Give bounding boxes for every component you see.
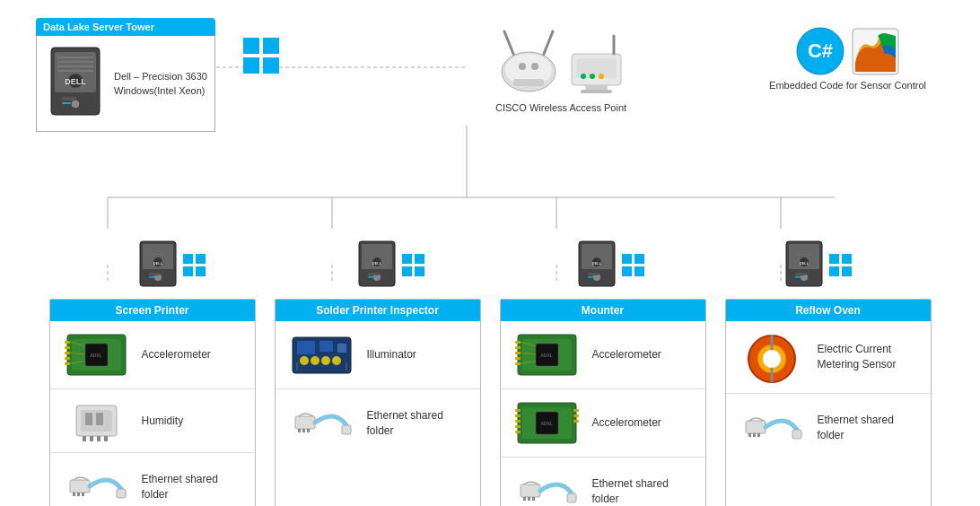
- ethernet-icon-area-1: [61, 462, 133, 506]
- accelerometer-m2-icon-area: ADXL: [512, 398, 583, 448]
- svg-rect-104: [96, 413, 103, 425]
- embedded-section: C# Embedded Code for Sensor Control: [769, 27, 926, 91]
- svg-rect-154: [523, 497, 526, 501]
- svg-rect-146: [515, 425, 521, 428]
- svg-rect-107: [97, 436, 101, 441]
- svg-point-13: [71, 100, 80, 109]
- svg-rect-127: [307, 429, 310, 432]
- svg-rect-157: [567, 493, 576, 502]
- svg-rect-128: [342, 425, 351, 434]
- windows-logo-2: [401, 253, 426, 278]
- svg-rect-156: [532, 497, 535, 501]
- svg-rect-70: [588, 273, 599, 275]
- svg-line-26: [504, 31, 515, 58]
- illuminator-icon: [288, 330, 355, 380]
- svg-point-32: [531, 63, 538, 70]
- accelerometer-m1-icon: ADXL: [513, 330, 581, 380]
- svg-rect-63: [402, 254, 412, 264]
- node-solder-inspector: DELL: [293, 240, 490, 292]
- svg-rect-143: [515, 409, 521, 412]
- svg-rect-167: [792, 430, 801, 439]
- svg-text:DELL: DELL: [372, 261, 382, 266]
- sensor-item-acc-m2: ADXL Accelerometer: [501, 389, 705, 458]
- svg-rect-40: [581, 90, 612, 93]
- svg-rect-76: [622, 266, 632, 276]
- svg-text:ADXL: ADXL: [540, 421, 552, 426]
- svg-rect-147: [515, 431, 521, 433]
- cisco-section: CISCO Wireless Access Point: [495, 27, 626, 113]
- accelerometer-m1-icon-area: ADXL: [512, 330, 583, 380]
- svg-rect-65: [402, 266, 412, 276]
- small-pc-icon-4: DELL: [783, 240, 825, 292]
- accelerometer-icon: ADXL: [63, 330, 130, 380]
- svg-rect-165: [753, 433, 756, 437]
- svg-rect-134: [515, 357, 521, 360]
- svg-rect-153: [521, 484, 540, 497]
- sensor-label-accelerometer1: Accelerometer: [142, 347, 211, 362]
- server-tower: Data Lake Server Tower: [36, 18, 233, 132]
- machine-solder-inspector: Solder Printer Inspector: [275, 299, 481, 506]
- svg-point-118: [300, 356, 309, 365]
- svg-rect-16: [57, 57, 93, 58]
- svg-rect-108: [104, 436, 108, 441]
- server-label: Data Lake Server Tower: [36, 18, 215, 36]
- svg-point-37: [599, 74, 604, 79]
- svg-rect-131: [515, 341, 521, 344]
- svg-point-31: [519, 63, 526, 70]
- machine-header-screen-printer: Screen Printer: [50, 300, 255, 321]
- svg-rect-39: [585, 85, 608, 90]
- svg-line-27: [542, 31, 553, 58]
- svg-rect-93: [65, 352, 70, 354]
- svg-rect-152: [573, 420, 579, 423]
- svg-point-121: [332, 356, 341, 365]
- svg-rect-71: [588, 276, 594, 278]
- humidity-sensor-icon: [63, 398, 130, 443]
- small-pc-icon-2: DELL: [356, 240, 398, 292]
- sensor-label-ethernet3: Ethernet shared folder: [592, 476, 695, 506]
- svg-rect-126: [302, 429, 305, 432]
- svg-rect-55: [196, 266, 206, 276]
- sensor-label-ethernet4: Ethernet shared folder: [818, 413, 920, 443]
- node-screen-printer: DELL: [74, 240, 271, 292]
- sensor-item-humidity: Humidity: [50, 389, 255, 453]
- humidity-icon-area: [61, 398, 133, 443]
- pc-tower-icon: DELL: [44, 43, 107, 124]
- svg-point-120: [321, 356, 330, 365]
- svg-rect-151: [573, 414, 579, 417]
- svg-rect-106: [90, 436, 93, 441]
- electric-current-icon: [739, 330, 806, 384]
- svg-point-119: [311, 356, 319, 365]
- svg-rect-105: [83, 436, 86, 441]
- svg-text:DELL: DELL: [591, 261, 601, 266]
- sensor-label-ethernet1: Ethernet shared folder: [142, 472, 244, 502]
- illuminator-icon-area: [286, 330, 358, 380]
- matlab-icon: [851, 27, 900, 76]
- ethernet-cable-icon-2: [288, 398, 355, 448]
- svg-rect-95: [65, 362, 70, 365]
- svg-rect-145: [515, 420, 521, 423]
- sensor-label-acc-m1: Accelerometer: [592, 347, 661, 362]
- svg-rect-155: [528, 497, 530, 501]
- svg-text:C#: C#: [807, 39, 832, 62]
- cisco-ap-icon1: [497, 27, 560, 99]
- embedded-label: Embedded Code for Sensor Control: [769, 80, 926, 91]
- svg-rect-91: [65, 341, 70, 344]
- svg-rect-48: [149, 273, 160, 275]
- svg-rect-103: [85, 413, 92, 425]
- sensor-label-acc-m2: Accelerometer: [592, 415, 661, 431]
- node-mounter: DELL: [512, 240, 710, 292]
- cisco-ap-icon2: [567, 31, 626, 99]
- svg-rect-81: [795, 273, 806, 275]
- svg-rect-75: [634, 254, 644, 264]
- svg-rect-17: [57, 61, 93, 63]
- sensor-item-ethernet1: Ethernet shared folder: [50, 453, 255, 506]
- machine-reflow-oven: Reflow Oven Electric Current Metering Se…: [725, 299, 932, 506]
- machine-header-solder: Solder Printer Inspector: [276, 300, 480, 321]
- accelerometer-m2-icon: ADXL: [513, 398, 581, 448]
- svg-rect-86: [842, 254, 852, 264]
- ethernet-icon-area-2: [286, 398, 358, 448]
- svg-rect-144: [515, 414, 521, 417]
- machine-header-reflow: Reflow Oven: [726, 300, 931, 321]
- svg-rect-115: [297, 341, 315, 354]
- svg-point-160: [763, 350, 781, 368]
